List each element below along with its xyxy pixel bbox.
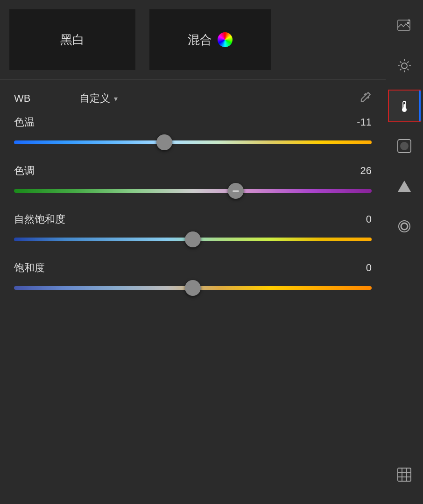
tint-slider[interactable] <box>14 182 372 199</box>
mix-label: 混合 <box>188 32 212 48</box>
tint-label: 色调 <box>14 164 35 178</box>
temperature-sidebar-icon[interactable] <box>388 90 421 122</box>
bw-label: 黑白 <box>60 32 85 48</box>
svg-rect-13 <box>404 104 405 110</box>
wb-label: WB <box>14 92 42 105</box>
svg-rect-0 <box>398 20 410 30</box>
saturation-label: 饱和度 <box>14 261 45 275</box>
tint-header: 色调 26 <box>14 164 372 178</box>
tint-value: 26 <box>360 165 372 177</box>
saturation-header: 饱和度 0 <box>14 261 372 275</box>
main-panel: 黑白 混合 WB 自定义 ▾ 色温 -11 <box>0 0 386 504</box>
vibrance-label: 自然饱和度 <box>14 212 65 226</box>
svg-marker-16 <box>398 181 411 192</box>
svg-line-8 <box>407 69 409 70</box>
bw-button[interactable]: 黑白 <box>9 9 135 70</box>
sliders-area: 色温 -11 色调 26 自然饱和度 0 <box>0 111 386 301</box>
svg-point-18 <box>401 223 408 230</box>
saturation-thumb[interactable] <box>185 280 201 296</box>
saturation-group: 饱和度 0 <box>14 261 372 296</box>
vibrance-header: 自然饱和度 0 <box>14 212 372 226</box>
vignette-icon[interactable] <box>388 130 421 162</box>
tone-icon[interactable] <box>388 170 421 203</box>
eyedropper-icon[interactable] <box>359 91 372 106</box>
top-buttons-row: 黑白 混合 <box>0 0 386 80</box>
temperature-group: 色温 -11 <box>14 115 372 151</box>
temperature-slider[interactable] <box>14 134 372 151</box>
brightness-icon[interactable] <box>388 49 421 82</box>
lens-icon[interactable] <box>388 210 421 243</box>
temperature-value: -11 <box>357 116 372 128</box>
grid-icon[interactable] <box>388 458 421 491</box>
mix-button[interactable]: 混合 <box>149 9 271 70</box>
vibrance-thumb[interactable] <box>185 231 201 247</box>
tint-group: 色调 26 <box>14 164 372 199</box>
svg-point-2 <box>402 63 407 69</box>
svg-point-15 <box>401 142 408 150</box>
svg-rect-19 <box>398 468 411 481</box>
chevron-down-icon: ▾ <box>114 94 118 103</box>
color-wheel-icon <box>218 32 233 47</box>
wb-dropdown[interactable]: 自定义 ▾ <box>79 91 118 105</box>
wb-row: WB 自定义 ▾ <box>0 80 386 111</box>
vibrance-slider[interactable] <box>14 231 372 248</box>
wb-preset-label: 自定义 <box>79 91 110 105</box>
temperature-thumb[interactable] <box>156 134 172 150</box>
tint-track <box>14 189 372 193</box>
vibrance-value: 0 <box>366 213 372 225</box>
photo-enhance-icon[interactable] <box>388 9 421 42</box>
temperature-track <box>14 140 372 144</box>
right-sidebar <box>386 0 423 504</box>
saturation-value: 0 <box>366 262 372 274</box>
svg-line-9 <box>407 62 409 63</box>
temperature-label: 色温 <box>14 115 35 129</box>
temperature-header: 色温 -11 <box>14 115 372 129</box>
tint-thumb[interactable] <box>228 183 244 199</box>
svg-line-10 <box>400 69 402 70</box>
vibrance-group: 自然饱和度 0 <box>14 212 372 248</box>
saturation-slider[interactable] <box>14 280 372 296</box>
svg-point-1 <box>407 22 409 24</box>
svg-line-7 <box>400 62 402 63</box>
